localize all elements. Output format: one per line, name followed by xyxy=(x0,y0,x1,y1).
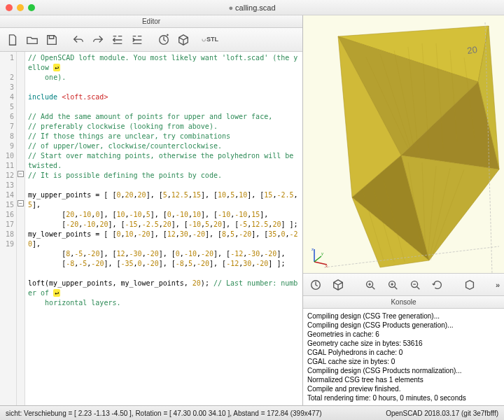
undo-button[interactable] xyxy=(70,31,87,48)
axis-gizmo: z x y xyxy=(309,246,330,267)
preview-button[interactable] xyxy=(155,31,172,48)
status-right: OpenSCAD 2018.03.17 (git 3e7fbfff) xyxy=(386,410,498,417)
editor-panel-title: Editor xyxy=(0,15,302,28)
3d-viewport[interactable]: 20 z x y xyxy=(303,15,504,273)
zoom-in-button[interactable] xyxy=(384,276,401,293)
svg-text:z: z xyxy=(312,247,314,251)
window-title: calling.scad xyxy=(228,4,275,12)
code-editor[interactable]: 1 2345678910111213141516171819 −− // Ope… xyxy=(0,52,302,405)
zoom-fit-button[interactable] xyxy=(362,276,379,293)
zoom-out-button[interactable] xyxy=(407,276,424,293)
statusbar: sicht: Verschiebung = [ 2.23 -1.13 -4.50… xyxy=(0,405,504,420)
console-title: Konsole xyxy=(303,296,504,309)
view-toolbar: » xyxy=(303,273,504,296)
main-split: Editor STL 1 234567891011121314151617181… xyxy=(0,15,504,405)
close-window-button[interactable] xyxy=(6,4,13,11)
more-icon[interactable]: » xyxy=(496,281,500,289)
reset-view-button[interactable] xyxy=(429,276,446,293)
maximize-window-button[interactable] xyxy=(28,4,35,11)
view-cube-button[interactable] xyxy=(461,276,478,293)
line-gutter: 1 2345678910111213141516171819 xyxy=(0,52,17,405)
code-area[interactable]: // OpenSCAD loft module. You most likely… xyxy=(25,52,302,405)
svg-text:y: y xyxy=(321,251,323,255)
fold-toggle[interactable]: − xyxy=(18,171,24,177)
save-file-button[interactable] xyxy=(43,31,60,48)
minimize-window-button[interactable] xyxy=(17,4,24,11)
view-render-button[interactable] xyxy=(330,276,346,293)
indent-button[interactable] xyxy=(129,31,146,48)
export-stl-button[interactable]: STL xyxy=(202,31,218,48)
redo-button[interactable] xyxy=(90,31,106,48)
fold-gutter: −− xyxy=(17,52,25,405)
view-preview-button[interactable] xyxy=(307,276,324,293)
editor-toolbar: STL xyxy=(0,28,302,52)
titlebar: calling.scad xyxy=(0,0,504,15)
status-left: sicht: Verschiebung = [ 2.23 -1.13 -4.50… xyxy=(6,410,322,417)
svg-line-29 xyxy=(314,256,321,262)
editor-pane: Editor STL 1 234567891011121314151617181… xyxy=(0,15,303,405)
right-pane: 20 z x y » Konsole Compilin xyxy=(303,15,504,405)
console-output[interactable]: Compiling design (CSG Tree generation)..… xyxy=(303,309,504,405)
open-file-button[interactable] xyxy=(24,31,41,48)
console-panel: Konsole Compiling design (CSG Tree gener… xyxy=(303,296,504,405)
fold-toggle[interactable]: − xyxy=(18,200,24,206)
axis-label: 20 xyxy=(466,44,477,56)
render-button[interactable] xyxy=(175,31,192,48)
unindent-button[interactable] xyxy=(109,31,126,48)
svg-text:x: x xyxy=(326,264,328,267)
new-file-button[interactable] xyxy=(4,31,21,48)
